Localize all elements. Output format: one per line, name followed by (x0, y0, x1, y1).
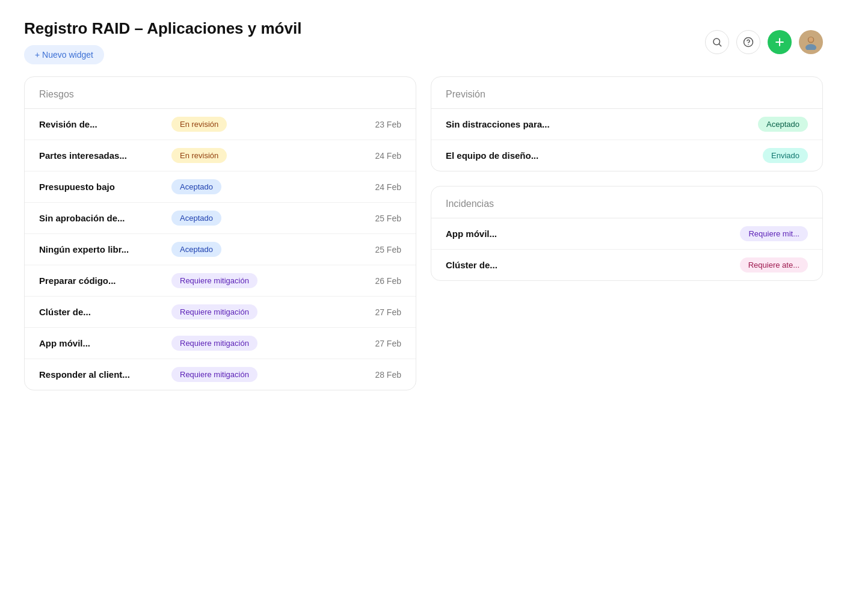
status-badge: En revisión (171, 117, 227, 132)
help-button[interactable] (736, 30, 760, 54)
status-badge: En revisión (171, 148, 227, 163)
row-date: 27 Feb (375, 307, 401, 317)
incidencias-header: Incidencias (431, 186, 822, 218)
row-name: Presupuesto bajo (39, 182, 171, 192)
user-icon (803, 34, 819, 50)
status-badge: Requiere mitigación (171, 304, 257, 319)
prevision-title: Previsión (446, 89, 485, 99)
status-badge: Requiere mitigación (171, 367, 257, 382)
row-name: Sin aprobación de... (39, 213, 171, 223)
incidencias-title: Incidencias (446, 199, 494, 209)
table-row[interactable]: Clúster de... Requiere ate... (431, 250, 822, 280)
add-button[interactable] (768, 30, 792, 54)
main-content: Riesgos Revisión de... En revisión 23 Fe… (24, 76, 823, 390)
row-date: 28 Feb (375, 370, 401, 380)
row-date: 23 Feb (375, 120, 401, 129)
row-date: 24 Feb (375, 182, 401, 192)
header-right (705, 30, 823, 54)
svg-point-7 (805, 44, 816, 50)
status-badge: Requiere mitigación (171, 273, 257, 288)
row-name: App móvil... (446, 229, 740, 239)
row-date: 26 Feb (375, 276, 401, 286)
status-badge: Aceptado (758, 117, 808, 132)
row-date: 27 Feb (375, 339, 401, 348)
row-name: Sin distracciones para... (446, 119, 758, 129)
table-row[interactable]: Clúster de... Requiere mitigación 27 Feb (25, 297, 416, 328)
status-badge: Requiere ate... (740, 257, 808, 273)
plus-icon (774, 36, 786, 48)
incidencias-table: App móvil... Requiere mit... Clúster de.… (431, 218, 822, 280)
status-badge: Requiere mitigación (171, 336, 257, 351)
row-name: El equipo de diseño... (446, 150, 763, 161)
svg-point-9 (808, 37, 813, 41)
incidencias-card: Incidencias App móvil... Requiere mit...… (431, 186, 823, 281)
row-name: Revisión de... (39, 119, 171, 129)
riesgos-card: Riesgos Revisión de... En revisión 23 Fe… (24, 76, 416, 390)
riesgos-table: Revisión de... En revisión 23 Feb Partes… (25, 109, 416, 390)
header-left: Registro RAID – Aplicaciones y móvil + N… (24, 19, 301, 64)
table-row[interactable]: Preparar código... Requiere mitigación 2… (25, 265, 416, 297)
status-badge: Requiere mit... (740, 226, 808, 241)
row-date: 24 Feb (375, 151, 401, 161)
row-name: App móvil... (39, 338, 171, 348)
status-badge: Aceptado (171, 242, 221, 257)
table-row[interactable]: Partes interesadas... En revisión 24 Feb (25, 140, 416, 171)
table-row[interactable]: Sin aprobación de... Aceptado 25 Feb (25, 203, 416, 234)
search-button[interactable] (705, 30, 729, 54)
row-name: Preparar código... (39, 276, 171, 286)
prevision-header: Previsión (431, 77, 822, 109)
search-icon (712, 37, 722, 48)
table-row[interactable]: Revisión de... En revisión 23 Feb (25, 109, 416, 140)
prevision-card: Previsión Sin distracciones para... Acep… (431, 76, 823, 171)
svg-point-0 (713, 38, 720, 45)
svg-line-1 (719, 44, 721, 46)
table-row[interactable]: Sin distracciones para... Aceptado (431, 109, 822, 140)
table-row[interactable]: Ningún experto libr... Aceptado 25 Feb (25, 234, 416, 265)
row-name: Ningún experto libr... (39, 244, 171, 254)
row-name: Responder al client... (39, 369, 171, 380)
table-row[interactable]: El equipo de diseño... Enviado (431, 140, 822, 171)
row-date: 25 Feb (375, 214, 401, 223)
table-row[interactable]: App móvil... Requiere mit... (431, 218, 822, 250)
table-row[interactable]: Presupuesto bajo Aceptado 24 Feb (25, 171, 416, 203)
row-date: 25 Feb (375, 245, 401, 254)
row-name: Partes interesadas... (39, 150, 171, 161)
prevision-table: Sin distracciones para... Aceptado El eq… (431, 109, 822, 171)
avatar[interactable] (799, 30, 823, 54)
status-badge: Enviado (763, 148, 808, 163)
table-row[interactable]: App móvil... Requiere mitigación 27 Feb (25, 328, 416, 359)
row-name: Clúster de... (39, 307, 171, 317)
table-row[interactable]: Responder al client... Requiere mitigaci… (25, 359, 416, 390)
page-header: Registro RAID – Aplicaciones y móvil + N… (24, 19, 823, 64)
status-badge: Aceptado (171, 179, 221, 194)
row-name: Clúster de... (446, 260, 740, 270)
riesgos-title: Riesgos (39, 89, 74, 99)
riesgos-header: Riesgos (25, 77, 416, 109)
page-title: Registro RAID – Aplicaciones y móvil (24, 19, 301, 38)
status-badge: Aceptado (171, 211, 221, 226)
new-widget-button[interactable]: + Nuevo widget (24, 45, 104, 64)
help-icon (743, 37, 754, 48)
right-column: Previsión Sin distracciones para... Acep… (431, 76, 823, 390)
